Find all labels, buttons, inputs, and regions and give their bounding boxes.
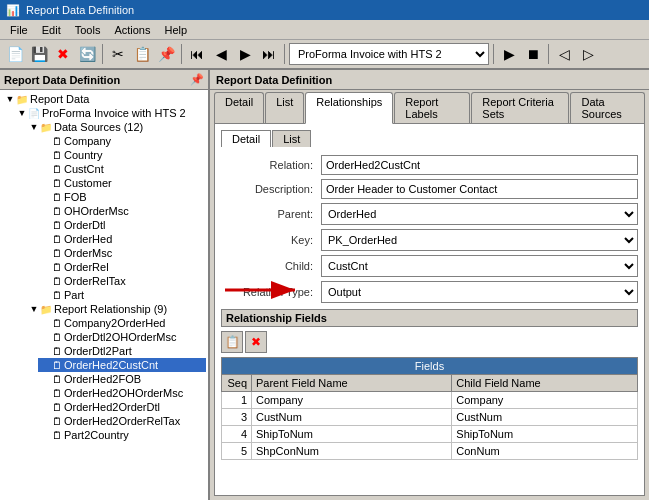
cell-child-3: ShipToNum xyxy=(452,426,638,443)
rel-fields-header: Relationship Fields xyxy=(221,309,638,327)
form-select-parent[interactable]: OrderHed xyxy=(321,203,638,225)
tree-datasources[interactable]: ▼ 📁 Data Sources (12) xyxy=(26,120,206,134)
tree-ds-ohordermsc[interactable]: 🗒 OHOrderMsc xyxy=(38,204,206,218)
menu-help[interactable]: Help xyxy=(158,23,193,37)
form-row-child: Child: CustCnt xyxy=(221,255,638,277)
tree-rel-orderhed2orderreltax[interactable]: 🗒 OrderHed2OrderRelTax xyxy=(38,414,206,428)
form-row-description: Description: xyxy=(221,179,638,199)
sub-tab-detail[interactable]: Detail xyxy=(221,130,271,147)
right-panel: Report Data Definition Detail List Relat… xyxy=(210,70,649,500)
left-panel-pin[interactable]: 📌 xyxy=(190,73,204,86)
table-row[interactable]: 4 ShipToNum ShipToNum xyxy=(222,426,638,443)
rel-add-button[interactable]: 📋 xyxy=(221,331,243,353)
menu-edit[interactable]: Edit xyxy=(36,23,67,37)
tree-ds-orderhed[interactable]: 🗒 OrderHed xyxy=(38,232,206,246)
tree-container[interactable]: ▼ 📁 Report Data ▼ 📄 ProForma Invoice wit… xyxy=(0,90,208,500)
nav-next[interactable]: ▶ xyxy=(234,43,256,65)
tab-detail[interactable]: Detail xyxy=(214,92,264,123)
cell-seq-1: 1 xyxy=(222,392,252,409)
tree-proforma[interactable]: ▼ 📄 ProForma Invoice with HTS 2 xyxy=(14,106,206,120)
tree-level-1: ▼ 📄 ProForma Invoice with HTS 2 ▼ 📁 Data… xyxy=(2,106,206,442)
tab-report-criteria[interactable]: Report Criteria Sets xyxy=(471,92,569,123)
cell-seq-2: 3 xyxy=(222,409,252,426)
refresh-button[interactable]: 🔄 xyxy=(76,43,98,65)
tree-root[interactable]: ▼ 📁 Report Data xyxy=(2,92,206,106)
tree-level-2: ▼ 📁 Data Sources (12) 🗒 Company 🗒 xyxy=(14,120,206,442)
tree-ds-part[interactable]: 🗒 Part xyxy=(38,288,206,302)
tree-rel-orderdtl2part[interactable]: 🗒 OrderDtl2Part xyxy=(38,344,206,358)
tree-ds-country[interactable]: 🗒 Country xyxy=(38,148,206,162)
table-fields-header: Fields xyxy=(222,358,638,375)
cell-parent-2: CustNum xyxy=(252,409,452,426)
cell-seq-3: 4 xyxy=(222,426,252,443)
form-select-child[interactable]: CustCnt xyxy=(321,255,638,277)
nav-first[interactable]: ⏮ xyxy=(186,43,208,65)
paste-button[interactable]: 📌 xyxy=(155,43,177,65)
table-row[interactable]: 1 Company Company xyxy=(222,392,638,409)
tree-ds-orderdtl[interactable]: 🗒 OrderDtl xyxy=(38,218,206,232)
tree-root-icon: 📁 xyxy=(16,94,28,105)
tree-ds-customer[interactable]: 🗒 Customer xyxy=(38,176,206,190)
tree-rel-orderhed2ohordermsc[interactable]: 🗒 OrderHed2OHOrderMsc xyxy=(38,386,206,400)
tree-rel-orderdtl2ohordermsc[interactable]: 🗒 OrderDtl2OHOrderMsc xyxy=(38,330,206,344)
stop-button[interactable]: ⏹ xyxy=(522,43,544,65)
tree-ds-ordermsc[interactable]: 🗒 OrderMsc xyxy=(38,246,206,260)
form-input-relation[interactable] xyxy=(321,155,638,175)
tree-ds-company[interactable]: 🗒 Company xyxy=(38,134,206,148)
tree-rel-orderhed2orderdtl[interactable]: 🗒 OrderHed2OrderDtl xyxy=(38,400,206,414)
tree-rel-items: 🗒 Company2OrderHed 🗒 OrderDtl2OHOrderMsc… xyxy=(26,316,206,442)
menu-actions[interactable]: Actions xyxy=(108,23,156,37)
tree-relationships[interactable]: ▼ 📁 Report Relationship (9) xyxy=(26,302,206,316)
relationship-fields-table: Fields Seq Parent Field Name Child Field… xyxy=(221,357,638,460)
run-button[interactable]: ▶ xyxy=(498,43,520,65)
table-row[interactable]: 3 CustNum CustNum xyxy=(222,409,638,426)
tree-ds-fob[interactable]: 🗒 FOB xyxy=(38,190,206,204)
toolbar-sep-2 xyxy=(181,44,182,64)
right-panel-title: Report Data Definition xyxy=(216,74,332,86)
menu-file[interactable]: File xyxy=(4,23,34,37)
form-label-child: Child: xyxy=(221,260,321,272)
new-button[interactable]: 📄 xyxy=(4,43,26,65)
table-body: 1 Company Company 3 CustNum CustNum 4 Sh… xyxy=(222,392,638,460)
delete-button[interactable]: ✖ xyxy=(52,43,74,65)
tree-rel-orderhed2fob[interactable]: 🗒 OrderHed2FOB xyxy=(38,372,206,386)
cell-child-4: ConNum xyxy=(452,443,638,460)
tree-ds-orderrel[interactable]: 🗒 OrderRel xyxy=(38,260,206,274)
menu-tools[interactable]: Tools xyxy=(69,23,107,37)
tab-report-labels[interactable]: Report Labels xyxy=(394,92,470,123)
tab-list[interactable]: List xyxy=(265,92,304,123)
form-select-key[interactable]: PK_OrderHed xyxy=(321,229,638,251)
forward-button[interactable]: ▷ xyxy=(577,43,599,65)
tab-data-sources[interactable]: Data Sources xyxy=(570,92,645,123)
tree-ds-custcnt[interactable]: 🗒 CustCnt xyxy=(38,162,206,176)
table-col-child: Child Field Name xyxy=(452,375,638,392)
form-select-relation-type[interactable]: Output xyxy=(321,281,638,303)
nav-last[interactable]: ⏭ xyxy=(258,43,280,65)
tab-relationships[interactable]: Relationships xyxy=(305,92,393,124)
app-icon: 📊 xyxy=(6,4,20,17)
nav-prev[interactable]: ◀ xyxy=(210,43,232,65)
cut-button[interactable]: ✂ xyxy=(107,43,129,65)
form-label-relation-type: Relation Type: xyxy=(221,286,321,298)
report-dropdown[interactable]: ProForma Invoice with HTS 2 xyxy=(289,43,489,65)
toolbar-sep-4 xyxy=(493,44,494,64)
save-button[interactable]: 💾 xyxy=(28,43,50,65)
tree-rel-orderhed2custcnt[interactable]: 🗒 OrderHed2CustCnt xyxy=(38,358,206,372)
toolbar-sep-3 xyxy=(284,44,285,64)
form-input-description[interactable] xyxy=(321,179,638,199)
table-row[interactable]: 5 ShpConNum ConNum xyxy=(222,443,638,460)
tree-rel-part2country[interactable]: 🗒 Part2Country xyxy=(38,428,206,442)
cell-parent-1: Company xyxy=(252,392,452,409)
cell-child-2: CustNum xyxy=(452,409,638,426)
tree-ds-orderreltax[interactable]: 🗒 OrderRelTax xyxy=(38,274,206,288)
sub-tab-list[interactable]: List xyxy=(272,130,311,147)
tree-rel-company2orderhed[interactable]: 🗒 Company2OrderHed xyxy=(38,316,206,330)
copy-button[interactable]: 📋 xyxy=(131,43,153,65)
back-button[interactable]: ◁ xyxy=(553,43,575,65)
form-label-description: Description: xyxy=(221,183,321,195)
cell-child-1: Company xyxy=(452,392,638,409)
tree-root-label: Report Data xyxy=(30,93,89,105)
rel-delete-button[interactable]: ✖ xyxy=(245,331,267,353)
title-bar-text: Report Data Definition xyxy=(26,4,134,16)
cell-parent-4: ShpConNum xyxy=(252,443,452,460)
